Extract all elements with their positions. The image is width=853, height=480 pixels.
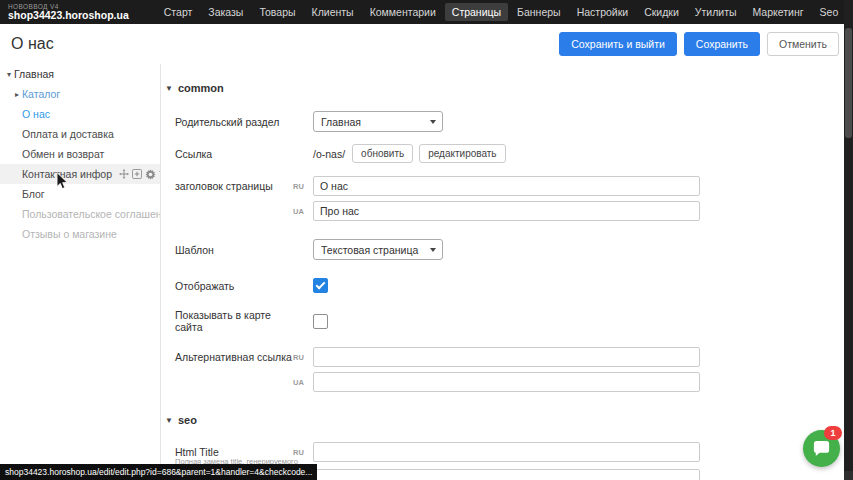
page-title: О нас	[11, 35, 54, 53]
sidebar-item-label: О нас	[22, 108, 50, 120]
page-tree-sidebar: ▾ Главная ▸ Каталог О нас Оплата и доста…	[0, 64, 160, 480]
save-button[interactable]: Сохранить	[684, 32, 760, 56]
sidebar-item-label: Контактная инфор	[22, 168, 112, 180]
scrollbar-corner	[844, 471, 853, 480]
save-and-exit-button[interactable]: Сохранить и выйти	[559, 32, 677, 56]
chat-bubble-icon	[812, 440, 831, 458]
page-title-ua-input[interactable]	[313, 201, 700, 221]
menu-item-orders[interactable]: Заказы	[201, 3, 250, 21]
lang-tag-ru: RU	[293, 448, 313, 457]
menu-item-pages[interactable]: Страницы	[445, 3, 508, 21]
lang-tag-ru: RU	[293, 182, 313, 191]
sidebar-item-user-agreement[interactable]: Пользовательское соглашение	[0, 204, 160, 224]
section-title: common	[178, 82, 224, 94]
chevron-down-icon: ▼	[165, 84, 173, 93]
alt-link-label: Альтернативная ссылка	[175, 351, 293, 363]
brand-domain: shop34423.horoshop.ua	[8, 10, 129, 21]
gear-icon[interactable]	[145, 169, 156, 180]
menu-item-seo[interactable]: Seo	[813, 3, 846, 21]
display-checkbox[interactable]	[313, 278, 328, 293]
sidebar-item-label: Каталог	[22, 88, 60, 100]
template-select[interactable]: Текстовая страница	[313, 239, 443, 260]
link-value: /o-nas/	[313, 148, 345, 160]
sidebar-item-label: Блог	[22, 188, 45, 200]
html-title-ua-input[interactable]	[313, 469, 700, 480]
menu-item-banners[interactable]: Баннеры	[510, 3, 568, 21]
page-title-label: заголовок страницы	[175, 180, 293, 192]
sidebar-item-label: Пользовательское соглашение	[22, 208, 173, 220]
menu-item-comments[interactable]: Комментарии	[363, 3, 443, 21]
alt-link-ru-input[interactable]	[313, 347, 700, 367]
menu-item-settings[interactable]: Настройки	[570, 3, 636, 21]
alt-link-ua-input[interactable]	[313, 372, 700, 392]
parent-section-select[interactable]: Главная	[313, 111, 443, 132]
link-label: Ссылка	[175, 148, 293, 160]
sidebar-item-catalog[interactable]: ▸ Каталог	[0, 84, 160, 104]
scrollbar-thumb[interactable]	[845, 28, 852, 138]
menu-item-discounts[interactable]: Скидки	[637, 3, 686, 21]
menu-item-start[interactable]: Старт	[157, 3, 200, 21]
section-seo-header[interactable]: ▼ seo	[165, 414, 844, 426]
add-page-icon[interactable]	[132, 169, 142, 179]
chat-widget-button[interactable]: 1	[803, 430, 840, 467]
sidebar-item-home[interactable]: ▾ Главная	[0, 64, 160, 84]
page-edit-form: ▼ common Родительский раздел Главная Ссы…	[161, 64, 844, 480]
brand-logo[interactable]: НОВОВВОД V4 shop34423.horoshop.ua	[0, 3, 139, 21]
parent-section-label: Родительский раздел	[175, 116, 293, 128]
menu-item-products[interactable]: Товары	[252, 3, 302, 21]
menu-item-marketing[interactable]: Маркетинг	[746, 3, 811, 21]
chevron-down-icon: ▼	[165, 416, 173, 425]
status-url-tooltip: shop34423.horoshop.ua/edit/edit.php?id=6…	[0, 464, 317, 480]
section-title: seo	[178, 414, 197, 426]
vertical-scrollbar[interactable]	[844, 0, 853, 480]
sidebar-item-label: Оплата и доставка	[22, 128, 114, 140]
chevron-down-icon[interactable]: ▾	[4, 70, 14, 79]
sitemap-checkbox[interactable]	[313, 314, 328, 329]
html-title-label: Html Title Полная замена title, генериру…	[175, 446, 293, 458]
sidebar-item-label: Отзывы о магазине	[22, 228, 117, 240]
display-label: Отображать	[175, 280, 293, 292]
sidebar-item-contact-info[interactable]: Контактная инфор	[0, 164, 160, 184]
lang-tag-ua: UA	[293, 207, 313, 216]
chat-unread-badge: 1	[824, 426, 842, 440]
page-title-ru-input[interactable]	[313, 176, 700, 196]
sidebar-item-exchange-return[interactable]: Обмен и возврат	[0, 144, 160, 164]
topbar: НОВОВВОД V4 shop34423.horoshop.ua Старт …	[0, 0, 853, 24]
menu-item-utilities[interactable]: Утилиты	[688, 3, 744, 21]
lang-tag-ua: UA	[293, 378, 313, 387]
cancel-button[interactable]: Отменить	[767, 32, 839, 56]
sitemap-label: Показывать в карте сайта	[175, 309, 293, 333]
sidebar-item-blog[interactable]: Блог	[0, 184, 160, 204]
sidebar-item-payment-delivery[interactable]: Оплата и доставка	[0, 124, 160, 144]
sidebar-item-about[interactable]: О нас	[0, 104, 160, 124]
menu-item-clients[interactable]: Клиенты	[305, 3, 361, 21]
page-header: О нас Сохранить и выйти Сохранить Отмени…	[0, 24, 844, 64]
drag-move-icon[interactable]	[119, 169, 129, 179]
link-update-button[interactable]: обновить	[352, 144, 413, 163]
sidebar-item-store-reviews[interactable]: Отзывы о магазине	[0, 224, 160, 244]
template-label: Шаблон	[175, 244, 293, 256]
sidebar-item-label: Обмен и возврат	[22, 148, 104, 160]
link-edit-button[interactable]: редактировать	[419, 144, 505, 163]
sidebar-item-label: Главная	[14, 68, 54, 80]
lang-tag-ru: RU	[293, 353, 313, 362]
top-menu: Старт Заказы Товары Клиенты Комментарии …	[157, 3, 853, 21]
chevron-right-icon[interactable]: ▸	[12, 90, 22, 99]
html-title-ru-input[interactable]	[313, 442, 700, 462]
section-common-header[interactable]: ▼ common	[165, 82, 844, 94]
